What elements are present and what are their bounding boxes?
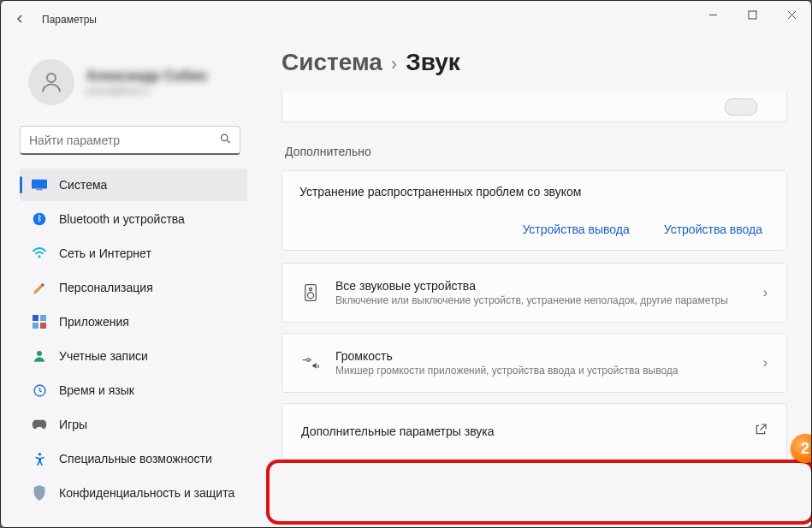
open-external-icon xyxy=(754,423,768,440)
sidebar-item-time-language[interactable]: Время и язык xyxy=(20,374,247,406)
shield-icon xyxy=(32,485,47,501)
mixer-icon xyxy=(301,355,320,371)
accessibility-icon xyxy=(32,451,47,466)
close-button[interactable] xyxy=(772,1,811,28)
all-sound-devices-row[interactable]: Все звуковые устройства Включение или вы… xyxy=(282,263,787,323)
sidebar-item-label: Игры xyxy=(59,418,87,431)
row-title: Громкость xyxy=(335,349,748,363)
sidebar: Александр Собин polym@final.ru Система B… xyxy=(1,39,258,527)
account-icon xyxy=(32,348,47,364)
sidebar-item-label: Специальные возможности xyxy=(59,452,212,466)
input-devices-link[interactable]: Устройства ввода xyxy=(664,222,762,236)
svg-rect-1 xyxy=(749,11,756,19)
svg-rect-12 xyxy=(40,315,46,321)
sidebar-item-personalization[interactable]: Персонализация xyxy=(20,271,247,304)
sidebar-item-apps[interactable]: Приложения xyxy=(20,306,247,338)
svg-point-19 xyxy=(309,288,311,291)
svg-rect-14 xyxy=(40,323,46,329)
chevron-right-icon: › xyxy=(763,355,768,371)
svg-rect-7 xyxy=(32,180,47,189)
sidebar-item-bluetooth[interactable]: Bluetooth и устройства xyxy=(20,203,247,235)
settings-window: Параметры Александр Собин polym@final.ru xyxy=(0,0,812,528)
back-button[interactable] xyxy=(13,12,28,27)
brush-icon xyxy=(32,280,47,295)
svg-point-20 xyxy=(307,293,313,299)
svg-rect-11 xyxy=(33,315,39,321)
search-icon xyxy=(219,133,232,149)
more-sound-settings-row[interactable]: Дополнительные параметры звука xyxy=(282,403,787,460)
search-box[interactable] xyxy=(20,126,240,155)
sidebar-item-label: Bluetooth и устройства xyxy=(59,212,185,226)
output-devices-link[interactable]: Устройства вывода xyxy=(522,222,629,236)
volume-mixer-row[interactable]: Громкость Микшер громкости приложений, у… xyxy=(282,333,787,393)
avatar xyxy=(28,59,74,105)
svg-point-9 xyxy=(33,213,46,226)
partial-card xyxy=(282,92,787,122)
chevron-right-icon: › xyxy=(391,50,397,75)
troubleshoot-title: Устранение распространенных проблем со з… xyxy=(299,185,769,199)
row-title: Дополнительные параметры звука xyxy=(301,424,738,438)
annotation-badge: 2 xyxy=(791,434,811,463)
section-additional-title: Дополнительно xyxy=(285,145,787,158)
gamepad-icon xyxy=(32,417,47,432)
monitor-icon xyxy=(32,177,47,193)
sidebar-item-gaming[interactable]: Игры xyxy=(20,408,247,441)
sidebar-item-label: Персонализация xyxy=(59,281,153,294)
svg-line-6 xyxy=(227,140,229,143)
sidebar-item-label: Учетные записи xyxy=(59,349,148,363)
user-email: polym@final.ru xyxy=(86,86,207,96)
row-subtitle: Микшер громкости приложений, устройства … xyxy=(335,365,748,377)
user-name: Александр Собин xyxy=(86,68,207,84)
row-subtitle: Включение или выключение устройств, устр… xyxy=(335,294,748,306)
window-title: Параметры xyxy=(42,14,97,26)
annotation-highlight xyxy=(266,460,811,525)
sidebar-item-privacy[interactable]: Конфиденциальность и защита xyxy=(20,477,247,509)
svg-point-15 xyxy=(37,351,42,356)
maximize-button[interactable] xyxy=(732,1,772,28)
minimize-button[interactable] xyxy=(693,1,732,28)
sidebar-item-label: Сеть и Интернет xyxy=(59,246,151,260)
speaker-icon xyxy=(301,283,320,302)
svg-rect-13 xyxy=(33,323,39,329)
sidebar-item-system[interactable]: Система xyxy=(20,169,247,201)
sidebar-item-label: Время и язык xyxy=(59,383,134,397)
sidebar-item-label: Система xyxy=(59,178,107,192)
svg-point-10 xyxy=(39,255,41,258)
sidebar-item-accessibility[interactable]: Специальные возможности xyxy=(20,442,247,475)
svg-point-22 xyxy=(307,359,310,361)
profile-block[interactable]: Александр Собин polym@final.ru xyxy=(20,39,247,121)
main-content: Система › Звук Дополнительно Устранение … xyxy=(258,39,811,527)
row-title: Все звуковые устройства xyxy=(335,279,748,293)
svg-point-4 xyxy=(47,74,56,82)
sidebar-nav: Система Bluetooth и устройства Сеть и Ин… xyxy=(20,167,247,527)
svg-rect-8 xyxy=(36,189,42,190)
sidebar-item-label: Приложения xyxy=(59,315,129,329)
sidebar-item-accounts[interactable]: Учетные записи xyxy=(20,340,247,372)
svg-point-5 xyxy=(222,134,228,141)
sidebar-item-network[interactable]: Сеть и Интернет xyxy=(20,237,247,270)
svg-point-17 xyxy=(38,453,41,456)
sidebar-item-label: Конфиденциальность и защита xyxy=(59,486,234,500)
troubleshoot-card: Устранение распространенных проблем со з… xyxy=(282,170,787,251)
breadcrumb-current: Звук xyxy=(406,49,460,76)
bluetooth-icon xyxy=(32,211,47,227)
time-icon xyxy=(32,383,47,398)
apps-icon xyxy=(32,314,47,329)
titlebar: Параметры xyxy=(1,1,811,39)
breadcrumb-parent[interactable]: Система xyxy=(282,49,382,76)
wifi-icon xyxy=(32,246,47,261)
chevron-right-icon: › xyxy=(763,285,768,300)
breadcrumb: Система › Звук xyxy=(282,49,787,76)
search-input[interactable] xyxy=(20,126,240,155)
